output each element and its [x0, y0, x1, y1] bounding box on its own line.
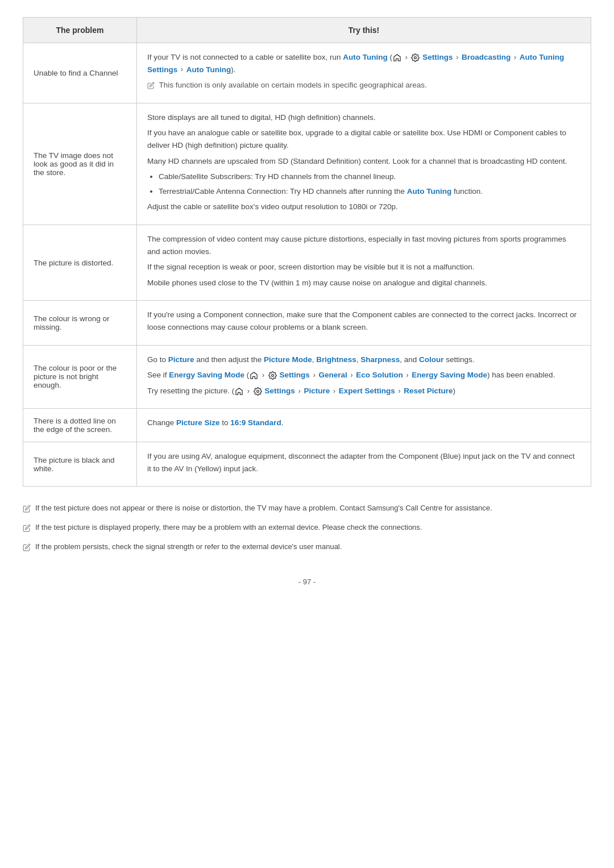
page-number: - 97 - — [23, 578, 591, 586]
link-text: Reset Picture — [404, 387, 453, 395]
bullet-list: Cable/Satellite Subscribers: Try HD chan… — [159, 171, 580, 197]
chevron-icon: › — [406, 371, 408, 379]
link-text: General — [318, 371, 347, 379]
problem-cell: The colour is wrong or missing. — [23, 301, 137, 345]
solution-text: Try resetting the picture. ( › Settings … — [147, 385, 580, 397]
table-row: The TV image does not look as good as it… — [23, 103, 591, 225]
table-row: The colour is poor or the picture is not… — [23, 345, 591, 409]
link-text: Eco Solution — [356, 371, 403, 379]
home-icon — [393, 53, 401, 62]
problem-cell: The TV image does not look as good as it… — [23, 103, 137, 225]
link-text: Auto Tuning — [186, 65, 231, 74]
gear-icon — [254, 387, 262, 396]
solution-text: If the signal reception is weak or poor,… — [147, 261, 580, 273]
link-text: Settings — [265, 387, 295, 395]
link-text: Expert Settings — [339, 387, 395, 395]
link-text: Settings — [280, 371, 310, 379]
chevron-icon: › — [298, 387, 301, 395]
svg-point-0 — [414, 57, 417, 59]
table-row: The picture is black and white. If you a… — [23, 442, 591, 487]
problem-cell: The colour is poor or the picture is not… — [23, 345, 137, 409]
link-text: Auto Tuning — [343, 53, 387, 61]
solution-text: Adjust the cable or satellite box's vide… — [147, 201, 580, 213]
solution-text: If you are using AV, analogue equipment,… — [147, 450, 580, 475]
solution-text: If you have an analogue cable or satelli… — [147, 127, 580, 151]
note-text: This function is only available on certa… — [147, 79, 580, 92]
table-row: There is a dotted line on the edge of th… — [23, 409, 591, 442]
solution-cell: Go to Picture and then adjust the Pictur… — [137, 345, 591, 409]
home-icon — [250, 371, 258, 380]
solution-text: Many HD channels are upscaled from SD (S… — [147, 155, 580, 168]
troubleshooting-table: The problem Try this! Unable to find a C… — [23, 17, 591, 487]
chevron-icon: › — [405, 53, 408, 61]
solution-cell: Store displays are all tuned to digital,… — [137, 103, 591, 225]
problem-cell: There is a dotted line on the edge of th… — [23, 409, 137, 442]
solution-text: Change Picture Size to 16:9 Standard. — [147, 417, 580, 429]
solution-text: If you're using a Component connection, … — [147, 309, 580, 333]
table-row: The picture is distorted. The compressio… — [23, 225, 591, 300]
chevron-icon: › — [247, 387, 250, 395]
link-text: Energy Saving Mode — [169, 371, 244, 379]
pencil-icon — [23, 543, 31, 551]
link-text: Picture — [168, 355, 194, 364]
problem-cell: Unable to find a Channel — [23, 43, 137, 103]
link-text: Energy Saving Mode — [412, 371, 487, 379]
solution-text: See if Energy Saving Mode ( › Settings ›… — [147, 369, 580, 381]
chevron-icon: › — [262, 371, 264, 379]
link-text: Picture — [304, 387, 330, 395]
list-item: Cable/Satellite Subscribers: Try HD chan… — [159, 171, 580, 183]
link-text: Colour — [419, 355, 444, 364]
footnote-0: If the test picture does not appear or t… — [23, 504, 591, 513]
chevron-icon: › — [333, 387, 335, 395]
solution-cell: If you are using AV, analogue equipment,… — [137, 442, 591, 487]
chevron-icon: › — [514, 53, 516, 61]
table-row: The colour is wrong or missing. If you'r… — [23, 301, 591, 345]
home-icon — [235, 387, 243, 396]
link-text: Sharpness — [360, 355, 400, 364]
problem-cell: The picture is black and white. — [23, 442, 137, 487]
chevron-icon: › — [350, 371, 352, 379]
problem-cell: The picture is distorted. — [23, 225, 137, 300]
pencil-icon — [147, 82, 155, 89]
solution-text: The compression of video content may cau… — [147, 233, 580, 258]
solution-text: If your TV is not connected to a cable o… — [147, 51, 580, 76]
chevron-icon: › — [456, 53, 458, 61]
solution-text: Store displays are all tuned to digital,… — [147, 111, 580, 124]
footnote-2: If the problem persists, check the signa… — [23, 542, 591, 551]
footnote-text: If the test picture is displayed properl… — [35, 523, 422, 531]
link-text: Picture Size — [176, 418, 220, 427]
link-text: Brightness — [316, 355, 356, 364]
col-header-solution: Try this! — [137, 18, 591, 43]
solution-cell: If you're using a Component connection, … — [137, 301, 591, 345]
list-item: Terrestrial/Cable Antenna Connection: Tr… — [159, 185, 580, 198]
solution-cell: If your TV is not connected to a cable o… — [137, 43, 591, 103]
chevron-icon: › — [313, 371, 316, 379]
footnotes-section: If the test picture does not appear or t… — [23, 504, 591, 555]
solution-cell: Change Picture Size to 16:9 Standard. — [137, 409, 591, 442]
table-row: Unable to find a Channel If your TV is n… — [23, 43, 591, 103]
link-text: Settings — [422, 53, 453, 61]
footnote-text: If the problem persists, check the signa… — [35, 542, 342, 551]
link-text: 16:9 Standard — [230, 418, 281, 427]
link-text: Picture Mode — [264, 355, 312, 364]
gear-icon — [411, 53, 420, 62]
solution-cell: The compression of video content may cau… — [137, 225, 591, 300]
col-header-problem: The problem — [23, 18, 137, 43]
chevron-icon: › — [181, 65, 183, 73]
svg-point-2 — [256, 390, 259, 392]
chevron-icon: › — [399, 387, 401, 395]
footnote-text: If the test picture does not appear or t… — [35, 504, 492, 512]
link-text: Auto Tuning — [407, 187, 451, 196]
gear-icon — [268, 371, 277, 380]
pencil-icon — [23, 505, 31, 513]
solution-text: Mobile phones used close to the TV (with… — [147, 277, 580, 289]
footnote-1: If the test picture is displayed properl… — [23, 523, 591, 532]
solution-text: Go to Picture and then adjust the Pictur… — [147, 354, 580, 366]
svg-point-1 — [271, 375, 273, 377]
pencil-icon — [23, 524, 31, 532]
link-text: Broadcasting — [462, 53, 511, 61]
